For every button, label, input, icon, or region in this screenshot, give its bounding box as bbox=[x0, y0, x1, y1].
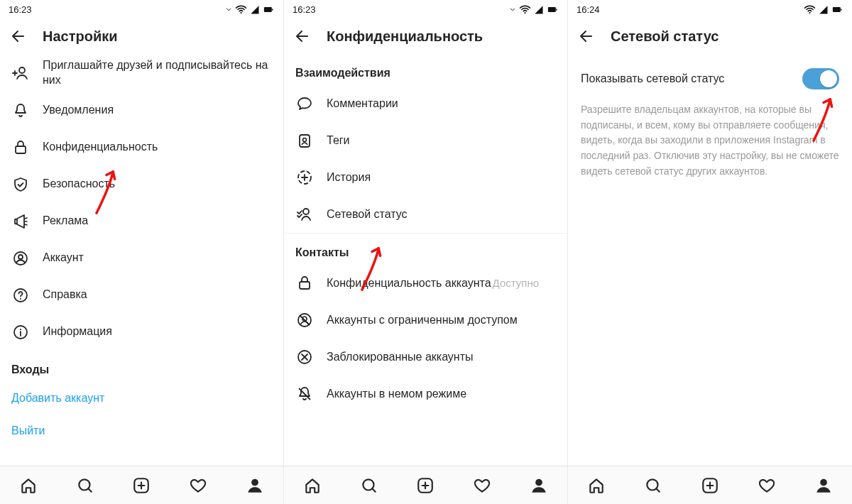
megaphone-icon bbox=[11, 213, 30, 230]
header: Настройки bbox=[0, 18, 283, 54]
lock-icon bbox=[295, 275, 314, 292]
row-label: Уведомления bbox=[43, 103, 114, 118]
profile-icon bbox=[246, 476, 264, 495]
row-muted[interactable]: Аккаунты в немом режиме bbox=[284, 376, 567, 412]
row-security[interactable]: Безопасность bbox=[0, 166, 283, 203]
row-label: Конфиденциальность bbox=[43, 140, 158, 155]
section-contacts: Контакты bbox=[284, 234, 567, 265]
row-label: Комментарии bbox=[327, 97, 398, 111]
status-icons bbox=[804, 4, 843, 16]
add-post-icon bbox=[416, 476, 435, 495]
add-account-link[interactable]: Добавить аккаунт bbox=[0, 382, 283, 415]
row-label: Конфиденциальность аккаунтаДоступно bbox=[327, 276, 539, 291]
logout-link[interactable]: Выйти bbox=[0, 415, 283, 447]
search-icon bbox=[644, 476, 662, 495]
signal-icon bbox=[533, 4, 544, 15]
bottom-nav bbox=[568, 466, 852, 504]
status-bar: 16:23 bbox=[284, 0, 567, 18]
signal-icon bbox=[818, 4, 829, 15]
row-label: Аккаунт bbox=[43, 251, 84, 265]
page-title: Конфиденциальность bbox=[327, 28, 483, 45]
help-icon bbox=[11, 287, 30, 304]
page-title: Настройки bbox=[43, 28, 118, 45]
activity-icon bbox=[295, 206, 314, 223]
row-ads[interactable]: Реклама bbox=[0, 203, 283, 240]
back-arrow-icon bbox=[578, 28, 595, 45]
show-activity-status-toggle[interactable] bbox=[802, 68, 839, 89]
back-arrow-icon bbox=[294, 28, 311, 45]
screen-activity-status: 16:24 Сетевой статус Показывать сетевой … bbox=[568, 0, 852, 504]
nav-profile[interactable] bbox=[525, 471, 553, 500]
account-icon bbox=[11, 250, 30, 267]
add-post-icon bbox=[701, 476, 719, 495]
nav-profile[interactable] bbox=[241, 471, 269, 500]
tag-icon bbox=[295, 132, 314, 149]
screen-settings: 16:23 Настройки Приглашайте друзей и под… bbox=[0, 0, 284, 504]
nav-add[interactable] bbox=[411, 471, 439, 500]
row-label: Приглашайте друзей и подписывайтесь на н… bbox=[43, 58, 272, 88]
row-blocked[interactable]: Заблокированные аккаунты bbox=[284, 339, 567, 376]
status-icons bbox=[224, 4, 275, 16]
row-tags[interactable]: Теги bbox=[284, 122, 567, 159]
nav-add[interactable] bbox=[696, 471, 724, 500]
wifi-icon bbox=[235, 4, 247, 16]
signal-icon bbox=[249, 4, 260, 15]
heart-icon bbox=[473, 476, 491, 495]
section-logins: Входы bbox=[0, 351, 283, 382]
row-notifications[interactable]: Уведомления bbox=[0, 92, 283, 129]
row-label: Аккаунты с ограниченным доступом bbox=[327, 313, 518, 328]
home-icon bbox=[303, 476, 322, 495]
row-account[interactable]: Аккаунт bbox=[0, 240, 283, 277]
back-button[interactable] bbox=[294, 28, 311, 45]
story-icon bbox=[295, 169, 314, 186]
shield-icon bbox=[11, 176, 30, 193]
info-icon bbox=[11, 324, 30, 341]
section-interactions: Взаимодействия bbox=[284, 54, 567, 85]
row-label: Теги bbox=[327, 133, 350, 148]
nav-profile[interactable] bbox=[809, 471, 838, 500]
row-label: Реклама bbox=[43, 214, 88, 229]
row-restricted[interactable]: Аккаунты с ограниченным доступом bbox=[284, 302, 567, 339]
wifi-icon bbox=[804, 4, 816, 16]
nav-activity[interactable] bbox=[184, 471, 212, 500]
nav-activity[interactable] bbox=[753, 471, 781, 500]
nav-home[interactable] bbox=[582, 471, 611, 500]
bell-icon bbox=[11, 102, 30, 119]
profile-icon bbox=[530, 476, 548, 495]
row-privacy[interactable]: Конфиденциальность bbox=[0, 129, 283, 166]
toggle-row: Показывать сетевой статус bbox=[568, 54, 852, 98]
nav-activity[interactable] bbox=[468, 471, 496, 500]
row-account-privacy[interactable]: Конфиденциальность аккаунтаДоступно bbox=[284, 265, 567, 302]
row-help[interactable]: Справка bbox=[0, 277, 283, 314]
home-icon bbox=[19, 476, 38, 495]
back-button[interactable] bbox=[578, 28, 595, 45]
row-invite-friends[interactable]: Приглашайте друзей и подписывайтесь на н… bbox=[0, 54, 283, 92]
row-sublabel: Доступно bbox=[493, 277, 539, 289]
back-button[interactable] bbox=[10, 28, 27, 45]
battery-icon bbox=[546, 4, 559, 15]
nav-search[interactable] bbox=[639, 471, 667, 500]
dropdown-icon bbox=[224, 5, 233, 13]
nav-home[interactable] bbox=[14, 471, 43, 500]
nav-home[interactable] bbox=[298, 471, 327, 500]
search-icon bbox=[360, 476, 378, 495]
wifi-icon bbox=[519, 4, 531, 16]
row-comments[interactable]: Комментарии bbox=[284, 85, 567, 122]
nav-search[interactable] bbox=[355, 471, 383, 500]
status-time: 16:23 bbox=[293, 4, 316, 15]
content: Показывать сетевой статус Разрешите влад… bbox=[568, 54, 852, 466]
row-label: Аккаунты в немом режиме bbox=[327, 387, 466, 402]
battery-icon bbox=[831, 4, 843, 15]
row-story[interactable]: История bbox=[284, 159, 567, 196]
status-time: 16:24 bbox=[577, 4, 600, 15]
dropdown-icon bbox=[508, 5, 517, 13]
nav-search[interactable] bbox=[71, 471, 99, 500]
nav-add[interactable] bbox=[127, 471, 155, 500]
header: Конфиденциальность bbox=[284, 18, 567, 54]
row-info[interactable]: Информация bbox=[0, 314, 283, 351]
battery-icon bbox=[262, 4, 275, 15]
row-activity-status[interactable]: Сетевой статус bbox=[284, 196, 567, 233]
row-label: Информация bbox=[43, 324, 112, 339]
heart-icon bbox=[758, 476, 776, 495]
add-user-icon bbox=[11, 65, 30, 82]
